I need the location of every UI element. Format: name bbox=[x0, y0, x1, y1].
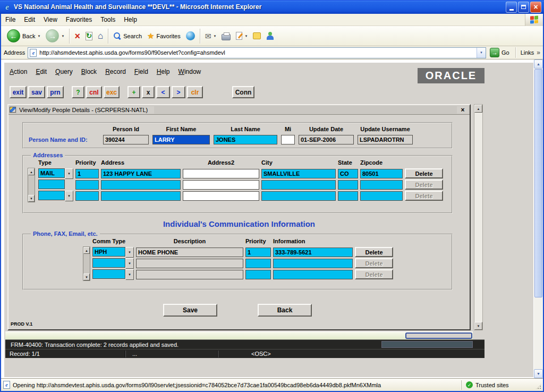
scroll-up-icon[interactable]: ▲ bbox=[28, 168, 35, 175]
mail-button[interactable]: ✉ ▼ bbox=[202, 30, 219, 42]
information-field[interactable] bbox=[273, 270, 353, 279]
favorites-button[interactable]: ★ Favorites bbox=[144, 30, 183, 42]
mdi-title-bar[interactable]: View/Modify People Details - (SCRPERSN-N… bbox=[8, 105, 470, 115]
refresh-button[interactable]: ↻ bbox=[83, 30, 95, 42]
browser-vertical-scrollbar[interactable]: ▲ ▼ bbox=[534, 59, 543, 378]
cancel-toolbar-button[interactable]: cnl bbox=[86, 86, 102, 98]
address-dropdown-icon[interactable]: ▼ bbox=[477, 48, 486, 58]
messenger-button[interactable] bbox=[264, 30, 277, 42]
print-toolbar-button[interactable]: prn bbox=[47, 86, 64, 98]
forms-menu-field[interactable]: Field bbox=[134, 68, 148, 75]
media-button[interactable] bbox=[183, 30, 198, 42]
conn-button[interactable]: Conn bbox=[232, 86, 254, 98]
information-field[interactable] bbox=[273, 259, 353, 268]
comm-type-dropdown-icon[interactable]: ▼ bbox=[125, 269, 134, 280]
priority-field[interactable]: 1 bbox=[75, 169, 99, 178]
mail-dropdown-icon[interactable]: ▼ bbox=[213, 35, 216, 38]
back-button[interactable]: ← Back ▼ bbox=[4, 28, 43, 44]
clear-toolbar-button[interactable]: clr bbox=[187, 86, 203, 98]
forms-menu-action[interactable]: Action bbox=[10, 68, 27, 75]
address-input[interactable] bbox=[38, 49, 477, 56]
comm-priority-field[interactable] bbox=[245, 259, 271, 268]
priority-field[interactable] bbox=[75, 191, 99, 201]
zipcode-field[interactable] bbox=[360, 180, 403, 190]
go-button[interactable]: → Go bbox=[489, 48, 511, 57]
back-dropdown-icon[interactable]: ▼ bbox=[37, 35, 40, 38]
state-field[interactable] bbox=[338, 180, 358, 190]
minimize-button[interactable] bbox=[506, 2, 517, 13]
type-field[interactable] bbox=[38, 180, 65, 189]
print-button[interactable] bbox=[219, 30, 233, 42]
remove-record-button[interactable]: x bbox=[142, 86, 155, 98]
state-field[interactable]: CO bbox=[338, 169, 358, 178]
address-field[interactable] bbox=[101, 180, 181, 190]
forms-menu-window[interactable]: Window bbox=[178, 68, 201, 75]
exit-button[interactable]: exit bbox=[10, 86, 27, 98]
address-field[interactable] bbox=[101, 191, 181, 201]
links-label[interactable]: Links bbox=[521, 49, 534, 56]
search-button[interactable]: Search bbox=[110, 30, 144, 41]
mdi-close-button[interactable]: × bbox=[457, 106, 469, 114]
city-field[interactable] bbox=[261, 180, 336, 190]
execute-toolbar-button[interactable]: exc bbox=[104, 86, 120, 98]
comm-type-dropdown-icon[interactable]: ▼ bbox=[125, 247, 134, 258]
zipcode-field[interactable] bbox=[360, 191, 403, 201]
forms-menu-record[interactable]: Record bbox=[105, 68, 126, 75]
save-toolbar-button[interactable]: sav bbox=[28, 86, 45, 98]
previous-record-button[interactable]: < bbox=[156, 86, 170, 98]
priority-field[interactable] bbox=[75, 180, 99, 190]
address-field[interactable]: 123 HAPPY LANE bbox=[101, 169, 181, 178]
address2-field[interactable] bbox=[183, 169, 259, 178]
notes-button[interactable] bbox=[250, 31, 264, 41]
scroll-down-icon[interactable]: ▼ bbox=[83, 274, 90, 280]
forms-canvas-scrollbar[interactable]: ▲ ▼ bbox=[474, 104, 483, 330]
forms-menu-edit[interactable]: Edit bbox=[36, 68, 47, 75]
addresses-scrollbar[interactable]: ▲ ▼ bbox=[28, 168, 35, 202]
information-field[interactable]: 333-789-5621 bbox=[273, 248, 353, 257]
city-field[interactable]: SMALLVILLE bbox=[261, 169, 336, 178]
person-id-field[interactable]: 390244 bbox=[103, 135, 149, 144]
comm-type-field[interactable]: HPH bbox=[92, 247, 125, 257]
forward-button[interactable]: → ▼ bbox=[43, 28, 67, 44]
state-field[interactable] bbox=[338, 191, 358, 201]
scroll-up-icon[interactable]: ▲ bbox=[83, 247, 90, 254]
menu-tools[interactable]: Tools bbox=[96, 14, 120, 25]
comm-priority-field[interactable]: 1 bbox=[245, 248, 271, 257]
type-field[interactable] bbox=[38, 191, 65, 200]
comm-type-field[interactable] bbox=[92, 258, 125, 268]
close-button[interactable]: × bbox=[530, 2, 541, 13]
comm-type-dropdown-icon[interactable]: ▼ bbox=[125, 258, 134, 269]
menu-help[interactable]: Help bbox=[120, 14, 141, 25]
stop-button[interactable]: × bbox=[72, 30, 83, 42]
menu-view[interactable]: View bbox=[39, 14, 62, 25]
type-dropdown-icon[interactable]: ▼ bbox=[65, 191, 73, 201]
scroll-up-icon[interactable]: ▲ bbox=[534, 59, 543, 69]
next-record-button[interactable]: > bbox=[172, 86, 185, 98]
back-button-form[interactable]: Back bbox=[258, 304, 312, 317]
comm-type-field[interactable] bbox=[92, 269, 125, 279]
edit-dropdown-icon[interactable]: ▼ bbox=[244, 35, 248, 38]
forms-menu-block[interactable]: Block bbox=[81, 68, 97, 75]
scrollbar-thumb[interactable] bbox=[534, 69, 542, 297]
forms-menu-query[interactable]: Query bbox=[55, 68, 73, 75]
comm-priority-field[interactable] bbox=[245, 270, 271, 279]
delete-address-button[interactable]: Delete bbox=[405, 168, 443, 178]
edit-button[interactable]: ▼ bbox=[233, 30, 250, 41]
first-name-field[interactable]: LARRY bbox=[152, 135, 210, 144]
address2-field[interactable] bbox=[183, 191, 259, 201]
type-field[interactable]: MAIL bbox=[38, 168, 65, 178]
menu-favorites[interactable]: Favorites bbox=[62, 14, 96, 25]
links-chevron-icon[interactable]: » bbox=[537, 49, 540, 56]
menu-file[interactable]: File bbox=[1, 14, 20, 25]
help-toolbar-button[interactable]: ? bbox=[72, 86, 84, 98]
insert-record-button[interactable]: + bbox=[128, 86, 140, 98]
home-button[interactable]: ⌂ bbox=[95, 30, 106, 42]
address2-field[interactable] bbox=[183, 180, 259, 190]
menu-edit[interactable]: Edit bbox=[20, 14, 39, 25]
communication-scrollbar[interactable]: ▲ ▼ bbox=[83, 246, 90, 281]
forms-menu-help[interactable]: Help bbox=[157, 68, 170, 75]
forward-dropdown-icon[interactable]: ▼ bbox=[61, 35, 64, 38]
scroll-up-icon[interactable]: ▲ bbox=[474, 105, 482, 113]
scroll-down-icon[interactable]: ▼ bbox=[474, 322, 482, 330]
save-button[interactable]: Save bbox=[163, 304, 217, 317]
